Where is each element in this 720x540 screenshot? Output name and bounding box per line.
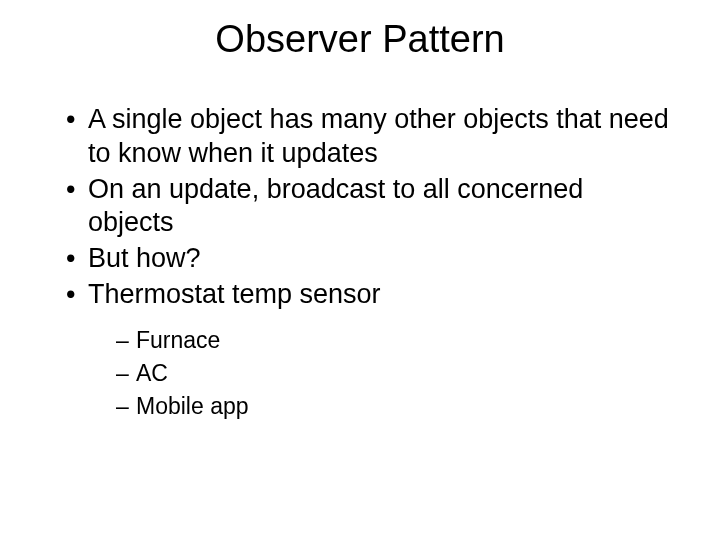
sub-bullet-item: AC bbox=[116, 357, 672, 390]
bullet-item: Thermostat temp sensor Furnace AC Mobile… bbox=[66, 278, 672, 424]
bullet-item-label: Thermostat temp sensor bbox=[88, 279, 381, 309]
bullet-item: A single object has many other objects t… bbox=[66, 103, 672, 171]
bullet-item: But how? bbox=[66, 242, 672, 276]
bullet-item: On an update, broadcast to all concerned… bbox=[66, 173, 672, 241]
sub-bullet-item: Furnace bbox=[116, 324, 672, 357]
sub-bullet-list: Furnace AC Mobile app bbox=[88, 324, 672, 424]
bullet-list: A single object has many other objects t… bbox=[48, 103, 672, 424]
slide-title: Observer Pattern bbox=[48, 18, 672, 61]
sub-bullet-item: Mobile app bbox=[116, 390, 672, 423]
slide: Observer Pattern A single object has man… bbox=[0, 0, 720, 540]
